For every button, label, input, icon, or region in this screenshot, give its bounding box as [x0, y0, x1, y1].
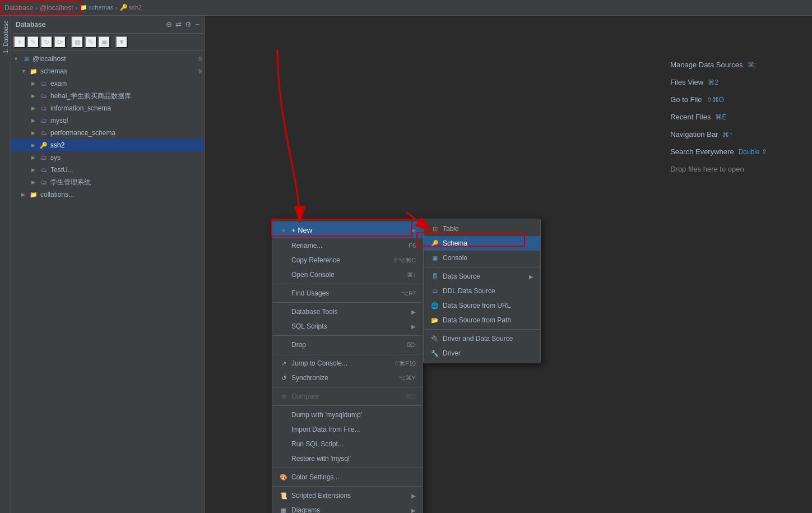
submenu-console[interactable]: ▣ Console	[424, 251, 540, 265]
minus-icon[interactable]: −	[195, 20, 199, 29]
drop-icon	[279, 340, 288, 349]
tree-item-sys[interactable]: ▶ 🗂 sys	[11, 151, 204, 164]
menu-item-restore[interactable]: Restore with 'mysql'	[272, 451, 423, 466]
files-view-key: ⌘2	[708, 78, 718, 86]
shortcut-nav-bar: Navigation Bar ⌘↑	[670, 130, 767, 138]
tree-item-perf[interactable]: ▶ 🗂 performance_schema	[11, 127, 204, 139]
menu-item-import[interactable]: Import Data from File...	[272, 422, 423, 437]
menu-item-open-console[interactable]: Open Console ⌘↓	[272, 267, 423, 282]
scripted-ext-label: Scripted Extensions	[291, 492, 409, 500]
tree-item-info-schema[interactable]: ▶ 🗂 information_schema	[11, 102, 204, 114]
copy-ref-label: Copy Reference	[291, 256, 388, 264]
tree-item-localhost[interactable]: ▼ 🖥 @localhost 9	[11, 53, 204, 65]
sep6	[272, 405, 423, 406]
tree-arrow-info: ▶	[31, 105, 39, 111]
menu-item-jump-console[interactable]: ↗ Jump to Console... ⇧⌘F10	[272, 356, 423, 371]
edit2-button[interactable]: ✎	[85, 36, 97, 48]
manage-ds-label: Manage Data Sources	[670, 61, 743, 69]
nav-bar-label: Navigation Bar	[670, 130, 718, 138]
submenu-ddl-source[interactable]: 🗂 DDL Data Source	[424, 284, 540, 298]
breadcrumb-database[interactable]: Database	[4, 4, 33, 12]
menu-item-run-sql[interactable]: Run SQL Script...	[272, 437, 423, 451]
shortcut-manage-ds: Manage Data Sources ⌘;	[670, 61, 767, 69]
tree-item-hehai[interactable]: ▶ 🗂 hehai_学生购买商品数据库	[11, 90, 204, 102]
ddl-source-label: DDL Data Source	[443, 287, 533, 295]
table-view-button[interactable]: ▦	[71, 36, 83, 48]
submenu-ds-url[interactable]: 🌐 Data Source from URL	[424, 298, 540, 313]
earth-icon[interactable]: ⊕	[166, 20, 172, 29]
dump-label: Dump with 'mysqldump'	[291, 411, 416, 419]
menu-item-color-settings[interactable]: 🎨 Color Settings...	[272, 470, 423, 484]
menu-item-sql-scripts[interactable]: SQL Scripts ▶	[272, 319, 423, 334]
tree-item-collations[interactable]: ▶ 📁 collations...	[11, 188, 204, 201]
menu-item-dump[interactable]: Dump with 'mysqldump'	[272, 408, 423, 422]
find-usages-shortcut: ⌥F7	[401, 290, 416, 297]
menu-item-diagrams[interactable]: ▦ Diagrams ▶	[272, 503, 423, 513]
tree-label-schemas: schemas	[40, 67, 196, 75]
edit-button[interactable]: ✎	[27, 36, 39, 48]
synchronize-label: Synchronize	[291, 374, 394, 382]
arrows-icon[interactable]: ⇄	[175, 20, 182, 29]
menu-item-synchronize[interactable]: ↺ Synchronize ⌥⌘Y	[272, 371, 423, 385]
tree-item-exam[interactable]: ▶ 🗂 exam	[11, 77, 204, 90]
submenu-schema[interactable]: 🔑 Schema	[424, 236, 540, 251]
db-tools-label: Database Tools	[291, 308, 409, 316]
folder-icon-collations: 📁	[29, 190, 38, 199]
refresh-button[interactable]: ↻	[40, 36, 53, 48]
import-icon	[279, 425, 288, 434]
search-everywhere-label: Search Everywhere	[670, 147, 734, 156]
tree-arrow-perf: ▶	[31, 130, 39, 136]
go-to-file-label: Go to File	[670, 95, 702, 104]
breadcrumb-schemas[interactable]: 📁schemas	[80, 4, 113, 11]
tree-item-testu[interactable]: ▶ 🗂 TestU...	[11, 164, 204, 176]
menu-item-find-usages[interactable]: Find Usages ⌥F7	[272, 286, 423, 301]
menu-item-scripted-ext[interactable]: 📜 Scripted Extensions ▶	[272, 488, 423, 503]
tree-arrow: ▼	[13, 56, 21, 62]
driver-icon: 🔧	[430, 349, 439, 358]
tree-count-schemas: 9	[198, 68, 202, 75]
schema-label: Schema	[443, 239, 533, 247]
refresh2-button[interactable]: ⟳	[54, 36, 66, 48]
tree-item-student[interactable]: ▶ 🗂 学生管理系统	[11, 176, 204, 188]
submenu-driver-ds[interactable]: 🔌 Driver and Data Source	[424, 331, 540, 346]
tree-arrow-collations: ▶	[21, 192, 29, 197]
submenu-ds-path[interactable]: 📂 Data Source from Path	[424, 313, 540, 327]
sep3	[272, 335, 423, 336]
db-tools-arrow: ▶	[411, 309, 416, 315]
add-button[interactable]: +	[13, 36, 26, 48]
menu-item-copy-ref[interactable]: Copy Reference ⇧⌥⌘C	[272, 253, 423, 267]
database-panel: Database ⊕ ⇄ ⚙ − + ✎ ↻ ⟳ ▦ ✎ ▣ ▼ ▼	[11, 16, 205, 513]
menu-item-drop[interactable]: Drop ⌦	[272, 338, 423, 352]
toolbar-sep	[68, 38, 69, 47]
menu-item-new[interactable]: + + New ▶	[272, 221, 423, 238]
new-arrow-icon: ▶	[411, 227, 416, 233]
submenu-data-source[interactable]: 🗄 Data Source ▶	[424, 269, 540, 284]
search-everywhere-key: Double ⇧	[739, 148, 767, 156]
menu-item-db-tools[interactable]: Database Tools ▶	[272, 304, 423, 319]
schema-icon-testu: 🗂	[39, 165, 48, 174]
tree-label-mysql: mysql	[50, 117, 202, 124]
panel-icons: ⊕ ⇄ ⚙ −	[166, 20, 199, 29]
tree-label-ssh2: ssh2	[50, 141, 202, 149]
breadcrumb-sep3: ›	[115, 4, 118, 11]
tree-item-schemas[interactable]: ▼ 📁 schemas 9	[11, 65, 204, 77]
tree-arrow-schemas: ▼	[21, 68, 29, 74]
menu-item-rename[interactable]: Rename... F6	[272, 238, 423, 253]
gear-icon[interactable]: ⚙	[185, 20, 192, 29]
console-button[interactable]: ▣	[98, 36, 110, 48]
compare-label: Compare	[291, 392, 401, 400]
rename-shortcut: F6	[409, 242, 416, 249]
submenu-table[interactable]: ⊞ Table	[424, 221, 540, 236]
sidebar-tab-label[interactable]: 1: Database	[1, 18, 10, 56]
tree-item-mysql[interactable]: ▶ 🗂 mysql	[11, 114, 204, 127]
menu-item-compare[interactable]: ✱ Compare ⌘D	[272, 389, 423, 404]
breadcrumb-ssh2[interactable]: 🔑ssh2	[120, 4, 142, 11]
breadcrumb-localhost[interactable]: @localhost	[40, 4, 73, 12]
context-menu: + + New ▶ Rename... F6 Copy Reference ⇧⌥…	[272, 219, 423, 513]
tree-item-ssh2[interactable]: ▶ 🔑 ssh2	[11, 139, 204, 151]
ds-path-label: Data Source from Path	[443, 316, 533, 324]
tree-label-student: 学生管理系统	[50, 178, 202, 187]
tree-arrow-testu: ▶	[31, 167, 39, 173]
submenu-driver[interactable]: 🔧 Driver	[424, 346, 540, 361]
filter-button[interactable]: ▼	[115, 36, 128, 48]
